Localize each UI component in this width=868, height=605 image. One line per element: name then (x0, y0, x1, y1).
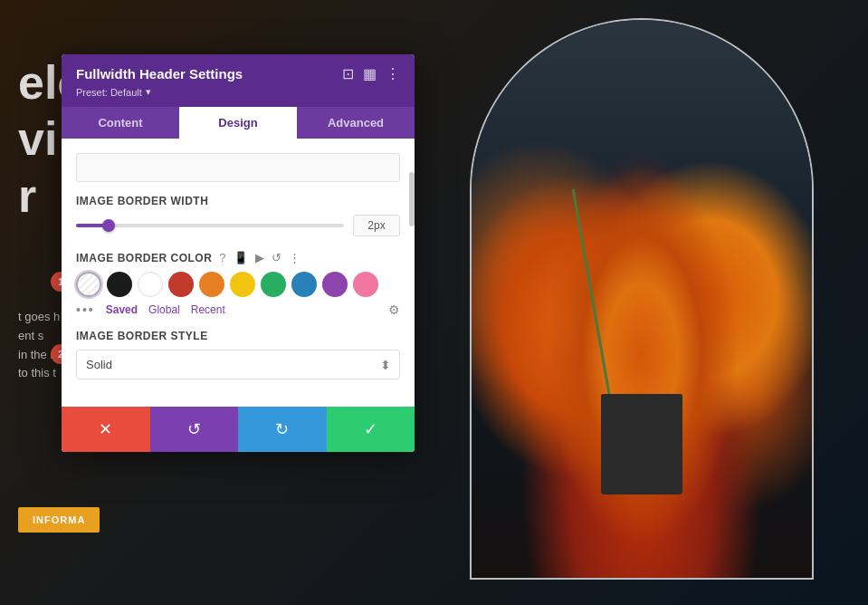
swatch-pink[interactable] (353, 272, 378, 297)
tab-advanced[interactable]: Advanced (297, 107, 415, 139)
swatch-transparent[interactable] (76, 272, 101, 297)
reset-color-icon[interactable]: ↺ (272, 251, 281, 264)
color-settings-icon[interactable]: ⚙ (388, 302, 400, 317)
slider-value[interactable]: 2px (353, 215, 400, 236)
background-button[interactable]: INFORMA (18, 507, 100, 533)
filter-bar[interactable] (76, 153, 400, 182)
swatch-white[interactable] (138, 272, 163, 297)
undo-button[interactable]: ↺ (150, 407, 239, 452)
slider-thumb[interactable] (102, 219, 115, 232)
swatch-orange[interactable] (199, 272, 224, 297)
panel-toolbar: ✕ ↺ ↻ ✓ (62, 407, 415, 452)
arch-shape (470, 18, 814, 580)
image-border-width-section: Image Border Width 2px (76, 195, 400, 236)
border-style-select[interactable]: Solid None Dashed Dotted Double (76, 350, 400, 379)
swatch-black[interactable] (107, 272, 132, 297)
save-button[interactable]: ✓ (327, 407, 415, 452)
panel-header-icons: ⊡ ▦ ⋮ (342, 65, 400, 82)
arch-image-container (470, 18, 814, 580)
redo-button[interactable]: ↻ (238, 407, 327, 452)
scroll-indicator[interactable] (409, 172, 415, 226)
columns-icon[interactable]: ▦ (363, 65, 377, 82)
slider-wrapper[interactable] (76, 217, 344, 234)
flowers-image (472, 20, 812, 578)
swatch-green[interactable] (261, 272, 286, 297)
more-swatches[interactable]: ••• (76, 302, 95, 317)
panel-tabs: Content Design Advanced (62, 107, 415, 139)
mobile-icon[interactable]: 📱 (234, 251, 248, 264)
saved-tab[interactable]: Saved (106, 303, 138, 316)
slider-track (76, 224, 344, 227)
swatch-yellow[interactable] (230, 272, 255, 297)
border-width-label: Image Border Width (76, 195, 400, 207)
help-icon[interactable]: ? (219, 251, 225, 264)
color-label-row: Image Border Color ? 📱 ▶ ↺ ⋮ (76, 251, 400, 264)
panel-header: Fullwidth Header Settings ⊡ ▦ ⋮ Preset: … (62, 54, 415, 107)
color-swatches (76, 272, 400, 297)
settings-panel: Fullwidth Header Settings ⊡ ▦ ⋮ Preset: … (62, 54, 415, 452)
border-style-label: Image Border Style (76, 330, 400, 342)
cancel-button[interactable]: ✕ (62, 407, 150, 452)
more-icon[interactable]: ⋮ (386, 65, 400, 82)
tab-design[interactable]: Design (179, 107, 297, 139)
image-border-style-section: Image Border Style Solid None Dashed Dot… (76, 330, 400, 379)
tab-content[interactable]: Content (62, 107, 179, 139)
pointer-icon[interactable]: ▶ (255, 251, 264, 264)
slider-row: 2px (76, 215, 400, 236)
swatch-red[interactable] (168, 272, 194, 297)
panel-title: Fullwidth Header Settings (76, 66, 243, 82)
recent-tab[interactable]: Recent (191, 303, 225, 316)
border-color-label: Image Border Color (76, 252, 212, 264)
image-border-color-section: Image Border Color ? 📱 ▶ ↺ ⋮ •• (76, 251, 400, 317)
more-color-icon[interactable]: ⋮ (289, 251, 300, 264)
swatch-purple[interactable] (322, 272, 348, 297)
select-wrapper: Solid None Dashed Dotted Double ⬍ (76, 350, 400, 379)
panel-preset[interactable]: Preset: Default ▾ (76, 86, 400, 98)
swatch-blue[interactable] (291, 272, 317, 297)
expand-icon[interactable]: ⊡ (342, 65, 354, 82)
color-tabs-row: ••• Saved Global Recent ⚙ (76, 302, 400, 317)
panel-body: Image Border Width 2px Image Border Colo… (62, 139, 415, 407)
global-tab[interactable]: Global (148, 303, 180, 316)
